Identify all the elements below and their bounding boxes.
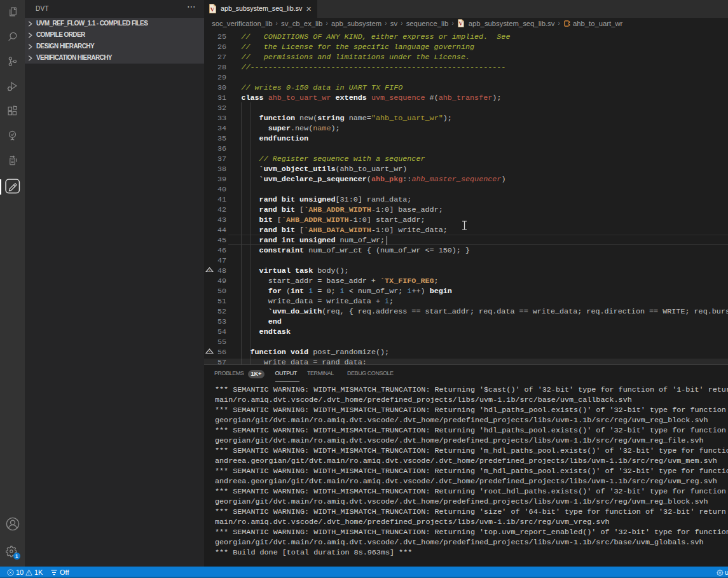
svg-text:V: V bbox=[458, 20, 463, 27]
svg-text:V: V bbox=[210, 6, 214, 13]
